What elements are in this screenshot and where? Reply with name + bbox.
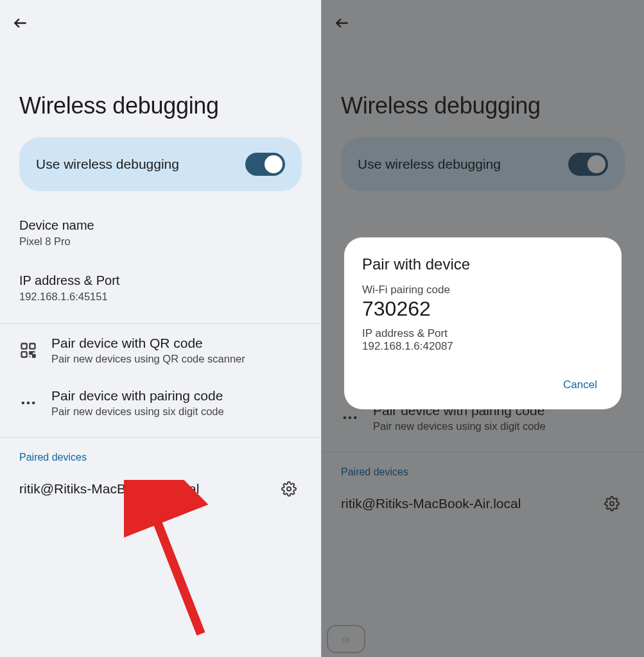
svg-rect-1 (30, 344, 35, 349)
pair-code-row[interactable]: Pair device with pairing code Pair new d… (0, 377, 321, 429)
pair-code-title: Pair device with pairing code (51, 388, 302, 404)
toggle-switch[interactable] (245, 153, 285, 176)
switch-thumb (265, 155, 283, 173)
svg-point-5 (32, 402, 35, 405)
wireless-debugging-toggle-card[interactable]: Use wireless debugging (19, 137, 302, 191)
ip-port-row: IP address & Port 192.168.1.6:45151 (0, 260, 321, 316)
device-name-row[interactable]: Device name Pixel 8 Pro (0, 205, 321, 260)
pair-qr-row[interactable]: Pair device with QR code Pair new device… (0, 324, 321, 377)
back-button[interactable] (5, 8, 36, 38)
dialog-ip-label: IP address & Port (362, 327, 604, 340)
svg-point-4 (27, 402, 30, 405)
svg-point-6 (287, 487, 291, 491)
svg-rect-2 (22, 352, 27, 357)
paired-devices-header: Paired devices (0, 438, 321, 470)
pair-qr-sub: Pair new devices using QR code scanner (51, 351, 302, 365)
paired-device-settings-button[interactable] (276, 476, 302, 502)
arrow-back-icon (12, 15, 29, 31)
pairing-code-icon (19, 394, 37, 412)
toggle-label: Use wireless debugging (36, 157, 179, 172)
pair-with-device-dialog: Pair with device Wi-Fi pairing code 7302… (344, 237, 622, 409)
cancel-button[interactable]: Cancel (557, 372, 604, 398)
pairing-code-label: Wi-Fi pairing code (362, 284, 604, 297)
gear-icon (281, 481, 297, 497)
qr-code-icon (19, 341, 37, 359)
appbar (0, 0, 321, 46)
svg-point-3 (22, 402, 25, 405)
svg-rect-0 (22, 344, 27, 349)
device-name-label: Device name (19, 218, 302, 235)
dialog-title: Pair with device (362, 255, 604, 284)
pairing-code-value: 730262 (362, 297, 604, 327)
svg-line-8 (148, 499, 201, 634)
pair-qr-title: Pair device with QR code (51, 336, 302, 351)
dialog-ip-value: 192.168.1.6:42087 (362, 340, 604, 372)
screen-wireless-debugging-dialog: Wireless debugging Use wireless debuggin… (322, 0, 644, 657)
modal-overlay[interactable]: Pair with device Wi-Fi pairing code 7302… (322, 0, 644, 657)
page-title: Wireless debugging (0, 46, 321, 137)
device-name-value: Pixel 8 Pro (19, 235, 302, 248)
paired-device-name: ritik@Ritiks-MacBook-Air.local (19, 481, 199, 497)
pair-code-sub: Pair new devices using six digit code (51, 404, 302, 418)
ip-port-label: IP address & Port (19, 273, 302, 291)
screen-wireless-debugging: Wireless debugging Use wireless debuggin… (0, 0, 322, 657)
paired-device-row[interactable]: ritik@Ritiks-MacBook-Air.local (0, 470, 321, 516)
ip-port-value: 192.168.1.6:45151 (19, 291, 302, 303)
